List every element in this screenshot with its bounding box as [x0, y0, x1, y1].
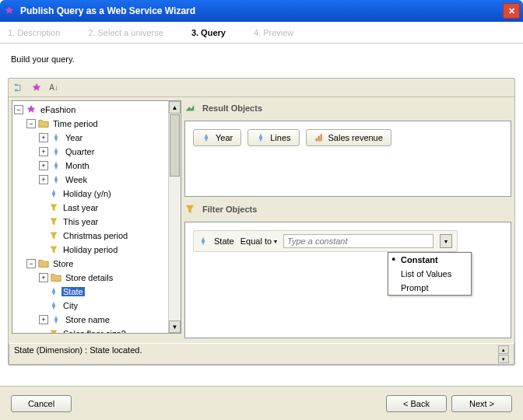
tree-item[interactable]: This year: [12, 215, 181, 229]
result-objects-header: Result Objects: [184, 100, 511, 116]
status-scroll-up[interactable]: ▴: [498, 345, 509, 354]
toggle-icon[interactable]: +: [39, 147, 48, 156]
filter-objects-area[interactable]: State Equal to▾ ▾ Constant List of Value…: [184, 222, 511, 338]
query-panel: A↓ −eFashion −Time period +Year +Quarter…: [8, 78, 515, 366]
window-title: Publish Query as a Web Service Wizard: [20, 5, 503, 16]
tree-item[interactable]: +Month: [12, 159, 181, 173]
step-select-universe: 2. Select a universe: [88, 28, 163, 37]
dropdown-item-constant[interactable]: Constant: [388, 253, 471, 267]
dimension-icon: [48, 286, 59, 297]
result-chip-sales-revenue[interactable]: Sales revenue: [306, 129, 391, 146]
status-scroll-down[interactable]: ▾: [498, 355, 509, 363]
svg-rect-3: [15, 83, 18, 86]
title-bar: Publish Query as a Web Service Wizard ✕: [0, 0, 523, 22]
tree-root[interactable]: −eFashion: [12, 103, 181, 117]
filter-objects-icon: [184, 204, 195, 215]
filter-icon: [48, 230, 59, 241]
next-button[interactable]: Next >: [451, 395, 512, 412]
dimension-icon: [51, 160, 61, 171]
tree-item[interactable]: Sales floor size?: [12, 327, 181, 333]
tree-scrollbar[interactable]: ▲ ▼: [168, 101, 181, 333]
step-preview: 4. Preview: [254, 28, 293, 37]
tree-item[interactable]: Christmas period: [12, 229, 181, 243]
result-chip-lines[interactable]: Lines: [247, 129, 299, 146]
folder-icon: [38, 258, 49, 269]
step-description: 1. Description: [8, 28, 60, 37]
dimension-icon: [51, 314, 61, 325]
close-button[interactable]: ✕: [503, 3, 520, 19]
dimension-icon: [51, 146, 61, 157]
filter-objects-header: Filter Objects: [184, 201, 511, 217]
folder-icon: [51, 272, 61, 283]
filter-icon: [48, 202, 59, 213]
dimension-icon: [48, 300, 59, 311]
sort-icon[interactable]: A↓: [47, 82, 60, 94]
chevron-down-icon: ▾: [274, 238, 277, 245]
tree-item[interactable]: +Quarter: [12, 145, 181, 159]
dropdown-item-lov[interactable]: List of Values: [388, 267, 471, 281]
tree-item[interactable]: City: [12, 299, 181, 313]
tree-item[interactable]: Holiday period: [12, 243, 181, 257]
toggle-icon[interactable]: +: [39, 161, 48, 170]
status-bar: State (Dimension) : State located. ▴ ▾: [9, 343, 514, 365]
result-objects-icon: [184, 103, 195, 114]
filter-icon: [48, 244, 59, 255]
toggle-icon[interactable]: −: [26, 119, 36, 128]
dimension-icon: [51, 132, 61, 143]
dimension-icon: [48, 188, 59, 199]
wizard-steps: 1. Description 2. Select a universe 3. Q…: [0, 22, 523, 44]
filter-row-state[interactable]: State Equal to▾ ▾: [193, 230, 458, 252]
scroll-up-icon[interactable]: ▲: [169, 101, 181, 114]
step-query: 3. Query: [191, 28, 226, 37]
universe-icon[interactable]: [30, 82, 43, 94]
cancel-button[interactable]: Cancel: [11, 395, 72, 412]
tree-item[interactable]: Last year: [12, 201, 181, 215]
universe-tree[interactable]: −eFashion −Time period +Year +Quarter +M…: [12, 100, 181, 334]
filter-icon: [48, 216, 59, 227]
instruction-text: Build your query.: [0, 44, 523, 78]
scroll-down-icon[interactable]: ▼: [169, 320, 181, 333]
footer: Cancel < Back Next >: [0, 386, 523, 420]
toggle-icon[interactable]: +: [39, 273, 48, 282]
tree-folder-time[interactable]: −Time period: [12, 117, 181, 131]
toggle-icon[interactable]: −: [26, 259, 36, 268]
status-text: State (Dimension) : State located.: [14, 345, 498, 355]
universe-star-icon: [26, 104, 37, 115]
operator-dropdown[interactable]: Equal to▾: [240, 236, 277, 246]
result-objects-area[interactable]: Year Lines Sales revenue: [184, 121, 511, 197]
tree-view-icon[interactable]: [13, 82, 26, 94]
scroll-thumb[interactable]: [170, 114, 180, 177]
toggle-icon[interactable]: +: [39, 315, 48, 324]
filter-icon: [48, 328, 59, 333]
back-button[interactable]: < Back: [386, 395, 447, 412]
tree-item[interactable]: +Year: [12, 131, 181, 145]
filter-field-label: State: [214, 236, 234, 246]
dimension-icon: [198, 236, 208, 246]
toggle-icon[interactable]: −: [14, 105, 23, 114]
tree-folder-store[interactable]: −Store: [12, 257, 181, 271]
folder-icon: [38, 118, 49, 129]
input-type-dropdown[interactable]: Constant List of Values Prompt: [388, 252, 472, 296]
svg-rect-4: [15, 89, 18, 91]
dimension-icon: [51, 174, 61, 185]
tree-item[interactable]: +Week: [12, 173, 181, 187]
tree-item[interactable]: +Store details: [12, 271, 181, 285]
result-chip-year[interactable]: Year: [193, 129, 241, 146]
dropdown-item-prompt[interactable]: Prompt: [388, 281, 471, 295]
constant-input[interactable]: [283, 234, 433, 248]
tree-item[interactable]: Holiday (y/n): [12, 187, 181, 201]
toggle-icon[interactable]: +: [39, 175, 48, 184]
tree-item-state[interactable]: State: [12, 285, 181, 299]
tree-item[interactable]: +Store name: [12, 313, 181, 327]
input-type-dropdown-button[interactable]: ▾: [440, 234, 452, 248]
app-icon: [3, 5, 16, 17]
panel-toolbar: A↓: [9, 79, 514, 97]
toggle-icon[interactable]: +: [39, 133, 48, 142]
